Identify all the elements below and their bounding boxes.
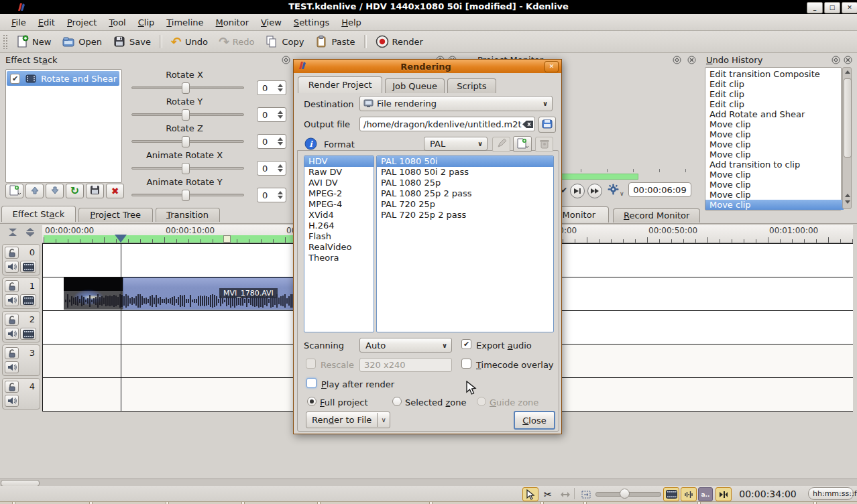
delete-profile-button[interactable] bbox=[535, 137, 553, 152]
scanning-combobox[interactable]: Auto ∨ bbox=[359, 338, 452, 353]
param-slider-handle[interactable] bbox=[182, 190, 190, 201]
mute-track-button[interactable] bbox=[5, 361, 19, 373]
zone-radio-selected-zone[interactable] bbox=[392, 397, 402, 406]
spin-up-icon[interactable] bbox=[278, 164, 283, 168]
menu-file[interactable]: File bbox=[5, 16, 32, 29]
format-profile-item[interactable]: PAL 1080 25p bbox=[377, 178, 553, 188]
delete-effect-button[interactable]: ✖ bbox=[106, 184, 124, 198]
format-combobox[interactable]: PAL ∨ bbox=[424, 137, 488, 151]
add-effect-button[interactable] bbox=[5, 184, 23, 198]
paste-button[interactable]: Paste bbox=[310, 33, 359, 50]
video-thumbnails-button[interactable] bbox=[663, 487, 679, 501]
format-category-list[interactable]: HDVRaw DVAVI DVMPEG-2MPEG-4XVid4H.264Fla… bbox=[304, 155, 374, 332]
close-panel-icon[interactable] bbox=[844, 56, 852, 66]
undo-scrollbar[interactable] bbox=[842, 67, 852, 209]
save-effect-button[interactable] bbox=[86, 184, 104, 198]
undo-item[interactable]: Move clip bbox=[705, 180, 841, 190]
undo-item[interactable]: Move clip bbox=[705, 119, 841, 129]
reset-effect-button[interactable]: ↻ bbox=[66, 184, 84, 198]
dialog-tab-render-project[interactable]: Render Project bbox=[298, 76, 382, 93]
spin-up-icon[interactable] bbox=[278, 111, 283, 114]
output-file-input[interactable]: /home/dragon/kdenlive/untitled.m2t bbox=[359, 117, 535, 131]
undo-item[interactable]: Move clip bbox=[705, 129, 841, 139]
mute-track-button[interactable] bbox=[5, 328, 19, 340]
format-profile-item[interactable]: PAL 1080 25p 2 pass bbox=[377, 188, 553, 199]
mute-track-button[interactable] bbox=[5, 294, 19, 306]
clear-field-icon[interactable] bbox=[522, 120, 534, 129]
lock-track-button[interactable] bbox=[5, 381, 19, 393]
marker-comments-button[interactable]: a.. bbox=[698, 487, 713, 501]
undo-item[interactable]: Add Rotate and Shear bbox=[705, 109, 841, 119]
collapse-tracks-icon[interactable] bbox=[7, 227, 19, 239]
dialog-titlebar[interactable]: Rendering ✕ bbox=[294, 60, 561, 73]
fit-zoom-button[interactable] bbox=[578, 487, 594, 501]
param-spinbox[interactable]: 0 bbox=[257, 107, 286, 122]
select-tool-button[interactable] bbox=[522, 487, 538, 501]
float-panel-icon[interactable] bbox=[673, 56, 681, 66]
undo-item[interactable]: Move clip bbox=[705, 200, 844, 210]
format-profile-list[interactable]: PAL 1080 50iPAL 1080 50i 2 passPAL 1080 … bbox=[376, 155, 554, 332]
fast-forward-button[interactable] bbox=[587, 184, 602, 198]
spin-down-icon[interactable] bbox=[278, 88, 283, 92]
lock-track-button[interactable] bbox=[5, 247, 19, 259]
spin-down-icon[interactable] bbox=[278, 115, 283, 119]
info-icon[interactable]: i bbox=[304, 137, 317, 152]
edit-profile-button[interactable] bbox=[492, 137, 510, 152]
mute-track-button[interactable] bbox=[5, 395, 19, 407]
format-category-item[interactable]: Flash bbox=[304, 231, 374, 242]
maximize-button[interactable]: □ bbox=[824, 2, 840, 13]
dialog-tab-scripts[interactable]: Scripts bbox=[447, 78, 496, 93]
snap-button[interactable] bbox=[716, 487, 732, 501]
format-category-item[interactable]: HDV bbox=[304, 156, 374, 167]
move-down-button[interactable] bbox=[46, 184, 64, 198]
format-category-item[interactable]: H.264 bbox=[304, 220, 374, 231]
spin-up-icon[interactable] bbox=[278, 191, 283, 194]
param-slider-handle[interactable] bbox=[182, 82, 190, 94]
format-category-item[interactable]: XVid4 bbox=[304, 210, 374, 220]
menu-clip[interactable]: Clip bbox=[132, 16, 161, 29]
undo-item[interactable]: Edit clip bbox=[705, 79, 841, 89]
undo-button[interactable]: ↶Undo bbox=[166, 34, 213, 50]
razor-tool-button[interactable]: ✂ bbox=[540, 487, 556, 501]
float-panel-icon[interactable] bbox=[832, 56, 840, 66]
param-slider-handle[interactable] bbox=[182, 163, 190, 174]
render-options-caret-icon[interactable]: ∨ bbox=[378, 416, 389, 424]
menu-view[interactable]: View bbox=[255, 16, 288, 29]
menu-settings[interactable]: Settings bbox=[288, 16, 335, 29]
format-category-item[interactable]: AVI DV bbox=[304, 178, 374, 188]
monitor-timecode[interactable]: 00:00:06:09 bbox=[628, 182, 691, 197]
copy-button[interactable]: Copy bbox=[260, 33, 308, 50]
new-button[interactable]: New bbox=[11, 33, 56, 50]
close-button[interactable]: ✕ bbox=[842, 2, 857, 13]
destination-combobox[interactable]: File rendering ∨ bbox=[359, 96, 553, 111]
tab-transition[interactable]: Transition bbox=[156, 208, 220, 222]
spin-down-icon[interactable] bbox=[278, 196, 283, 199]
zone-radio-full-project[interactable] bbox=[307, 397, 317, 406]
format-category-item[interactable]: RealVideo bbox=[304, 242, 374, 253]
play-end-button[interactable] bbox=[570, 184, 585, 198]
menu-edit[interactable]: Edit bbox=[32, 16, 61, 29]
param-slider-handle[interactable] bbox=[182, 136, 190, 147]
param-slider-handle[interactable] bbox=[182, 109, 190, 121]
tab-record-monitor[interactable]: Record Monitor bbox=[613, 208, 700, 223]
float-panel-icon[interactable] bbox=[282, 56, 290, 66]
undo-item[interactable]: Move clip bbox=[705, 149, 841, 160]
format-category-item[interactable]: Raw DV bbox=[304, 167, 374, 178]
undo-item[interactable]: Move clip bbox=[705, 190, 841, 200]
format-category-item[interactable]: MPEG-4 bbox=[304, 199, 374, 210]
render-button[interactable]: Render bbox=[371, 33, 428, 50]
close-button[interactable]: Close bbox=[514, 411, 555, 430]
scroll-down-icon[interactable] bbox=[845, 200, 850, 204]
create-profile-button[interactable] bbox=[513, 136, 532, 152]
param-spinbox[interactable]: 0 bbox=[257, 188, 286, 202]
tab-effect-stack[interactable]: Effect Stack bbox=[1, 206, 76, 222]
timecode-overlay-checkbox[interactable] bbox=[461, 359, 471, 369]
render-to-file-button[interactable]: Render to File ∨ bbox=[306, 412, 390, 428]
save-button[interactable]: Save bbox=[108, 33, 156, 50]
scroll-up-icon[interactable] bbox=[845, 70, 850, 74]
playhead-marker[interactable] bbox=[115, 235, 127, 243]
move-up-button[interactable] bbox=[25, 184, 44, 198]
expand-tracks-icon[interactable] bbox=[24, 227, 36, 239]
undo-item[interactable]: Move clip bbox=[705, 170, 841, 180]
menu-timeline[interactable]: Timeline bbox=[160, 16, 209, 29]
